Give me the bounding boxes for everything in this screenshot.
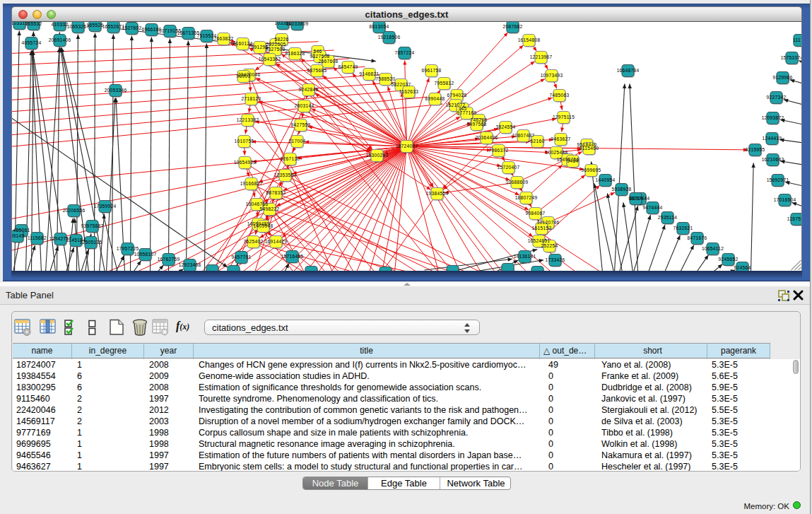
svg-text:1010755: 1010755: [235, 139, 254, 144]
svg-text:16648784: 16648784: [617, 68, 640, 73]
svg-text:9146821: 9146821: [360, 71, 379, 76]
svg-text:16782759: 16782759: [158, 257, 180, 262]
svg-text:19166827: 19166827: [240, 181, 263, 186]
svg-text:10688609: 10688609: [506, 180, 529, 185]
svg-text:1615152: 1615152: [532, 226, 552, 230]
svg-text:12923468: 12923468: [179, 262, 201, 267]
svg-text:10025488: 10025488: [546, 150, 568, 155]
svg-text:7588520: 7588520: [376, 76, 396, 81]
svg-text:5875685: 5875685: [307, 68, 327, 73]
svg-text:5498222: 5498222: [260, 206, 280, 211]
svg-text:8215955: 8215955: [746, 147, 765, 152]
svg-text:10120746: 10120746: [537, 220, 560, 225]
svg-text:16914479: 16914479: [265, 239, 288, 244]
svg-text:16046766: 16046766: [246, 201, 269, 206]
svg-text:12975115: 12975115: [553, 115, 575, 119]
svg-text:165532: 165532: [25, 22, 42, 26]
svg-text:16524851: 16524851: [528, 238, 551, 243]
svg-text:10958107: 10958107: [134, 252, 157, 257]
svg-text:5822037: 5822037: [392, 82, 411, 87]
svg-text:16033809: 16033809: [286, 22, 309, 26]
svg-text:1733426: 1733426: [546, 257, 565, 262]
svg-text:8471676: 8471676: [688, 235, 707, 240]
svg-text:6497568: 6497568: [467, 122, 487, 127]
svg-text:12353594: 12353594: [274, 173, 297, 177]
svg-text:17359924: 17359924: [94, 204, 117, 209]
svg-text:7955812: 7955812: [435, 81, 454, 86]
svg-text:7857224: 7857224: [395, 50, 415, 55]
svg-text:5822605: 5822605: [266, 42, 286, 47]
svg-text:8267130: 8267130: [281, 156, 300, 161]
svg-text:9457791: 9457791: [232, 255, 252, 259]
svg-text:8990448: 8990448: [425, 96, 445, 101]
svg-text:15716485: 15716485: [281, 254, 304, 259]
svg-text:20206536: 20206536: [63, 208, 86, 213]
svg-text:10654112: 10654112: [702, 246, 724, 251]
svg-text:93975887: 93975887: [81, 223, 104, 228]
svg-text:18724007: 18724007: [396, 144, 418, 148]
svg-text:20691406: 20691406: [49, 37, 71, 42]
svg-text:1115682: 1115682: [28, 235, 47, 240]
svg-text:2935114: 2935114: [658, 215, 677, 220]
svg-text:10807487: 10807487: [512, 133, 535, 138]
svg-text:17016504: 17016504: [774, 197, 796, 202]
svg-text:12213382: 12213382: [237, 117, 259, 122]
svg-text:4055724: 4055724: [22, 40, 42, 45]
svg-text:10973493: 10973493: [541, 73, 563, 78]
svg-text:14136141: 14136141: [514, 254, 536, 259]
svg-text:15751074: 15751074: [781, 55, 802, 60]
svg-text:16543362: 16543362: [259, 57, 281, 62]
svg-text:9327508: 9327508: [310, 54, 330, 59]
svg-text:19384554: 19384554: [426, 191, 449, 196]
svg-text:68714: 68714: [629, 196, 643, 201]
svg-text:8454749: 8454749: [339, 64, 358, 69]
svg-text:1409948: 1409948: [254, 223, 273, 228]
svg-text:252254: 252254: [541, 243, 558, 248]
svg-text:5938928: 5938928: [612, 187, 632, 192]
svg-text:15300293: 15300293: [366, 153, 389, 158]
svg-text:17957225: 17957225: [117, 246, 139, 251]
svg-text:9463627: 9463627: [551, 136, 571, 141]
svg-text:8878352: 8878352: [266, 190, 286, 195]
svg-text:2803144: 2803144: [295, 103, 314, 108]
svg-text:12213967: 12213967: [530, 54, 553, 59]
svg-text:16154808: 16154808: [518, 37, 541, 42]
svg-text:2087682: 2087682: [503, 24, 523, 29]
svg-text:98901: 98901: [237, 74, 251, 78]
svg-text:7632621: 7632621: [673, 226, 693, 230]
svg-text:8427552: 8427552: [291, 122, 311, 127]
svg-text:3824554: 3824554: [496, 124, 516, 129]
svg-text:39149: 39149: [12, 233, 24, 238]
svg-text:9115460: 9115460: [579, 146, 599, 151]
svg-text:546: 546: [314, 49, 322, 54]
svg-text:9084067: 9084067: [526, 211, 546, 216]
svg-text:11174: 11174: [793, 37, 802, 42]
svg-text:7625402: 7625402: [244, 239, 264, 244]
svg-text:9464: 9464: [567, 158, 579, 163]
svg-text:8813054: 8813054: [370, 24, 389, 29]
svg-text:165526: 165526: [87, 23, 104, 28]
svg-text:9242848: 9242848: [299, 87, 319, 92]
svg-text:8160124: 8160124: [233, 41, 253, 46]
svg-text:485061: 485061: [13, 228, 30, 233]
svg-text:1244419: 1244419: [763, 136, 782, 141]
svg-text:6961758: 6961758: [422, 68, 442, 73]
svg-text:7663822: 7663822: [214, 36, 234, 41]
svg-text:9129966: 9129966: [773, 75, 793, 80]
svg-text:12093872: 12093872: [762, 115, 784, 120]
svg-text:7485063: 7485063: [550, 93, 570, 98]
svg-text:1167534: 1167534: [787, 216, 802, 221]
svg-text:58226: 58226: [275, 37, 289, 42]
svg-text:62160: 62160: [531, 139, 545, 144]
svg-text:1527602: 1527602: [122, 25, 142, 30]
svg-text:15692971: 15692971: [767, 177, 789, 182]
svg-text:9474444: 9474444: [643, 205, 663, 210]
svg-text:8186328: 8186328: [286, 51, 305, 56]
svg-text:1440954: 1440954: [596, 177, 616, 182]
svg-text:9777169: 9777169: [457, 110, 477, 115]
svg-text:2667608: 2667608: [319, 59, 339, 64]
svg-text:15720407: 15720407: [498, 165, 520, 170]
svg-text:20053346: 20053346: [105, 88, 127, 93]
svg-text:18807249: 18807249: [515, 195, 538, 200]
svg-text:924564: 924564: [734, 265, 751, 270]
